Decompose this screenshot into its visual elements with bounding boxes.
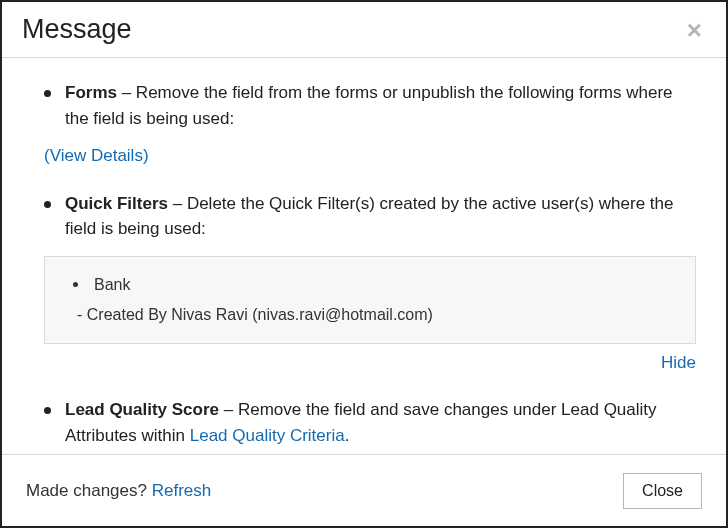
dialog-footer: Made changes? Refresh Close xyxy=(2,454,726,526)
item-forms: Forms – Remove the field from the forms … xyxy=(44,80,696,169)
item-quick-filters-label: Quick Filters xyxy=(65,194,168,213)
item-lead-quality-text: Lead Quality Score – Remove the field an… xyxy=(65,397,696,448)
bullet-icon xyxy=(44,201,51,208)
refresh-link[interactable]: Refresh xyxy=(152,481,212,500)
dialog-header: Message × xyxy=(2,2,726,58)
detail-created-by: - Created By Nivas Ravi (nivas.ravi@hotm… xyxy=(77,303,675,327)
close-button[interactable]: Close xyxy=(623,473,702,509)
hide-link[interactable]: Hide xyxy=(661,353,696,372)
item-lead-quality-label: Lead Quality Score xyxy=(65,400,219,419)
bullet-icon xyxy=(73,282,78,287)
bullet-icon xyxy=(44,407,51,414)
view-details-link[interactable]: (View Details) xyxy=(44,143,696,169)
bullet-icon xyxy=(44,90,51,97)
item-forms-text: Forms – Remove the field from the forms … xyxy=(65,80,696,131)
quick-filters-detail-box: Bank - Created By Nivas Ravi (nivas.ravi… xyxy=(44,256,696,344)
footer-left: Made changes? Refresh xyxy=(26,481,211,501)
made-changes-text: Made changes? xyxy=(26,481,152,500)
item-quick-filters: Quick Filters – Delete the Quick Filter(… xyxy=(44,191,696,376)
message-body[interactable]: Forms – Remove the field from the forms … xyxy=(2,64,726,454)
lead-quality-criteria-link[interactable]: Lead Quality Criteria xyxy=(190,426,345,445)
detail-name: Bank xyxy=(94,273,130,297)
close-icon[interactable]: × xyxy=(683,17,706,43)
dialog-title: Message xyxy=(22,14,132,45)
item-lead-quality: Lead Quality Score – Remove the field an… xyxy=(44,397,696,448)
item-quick-filters-text: Quick Filters – Delete the Quick Filter(… xyxy=(65,191,696,242)
item-forms-label: Forms xyxy=(65,83,117,102)
